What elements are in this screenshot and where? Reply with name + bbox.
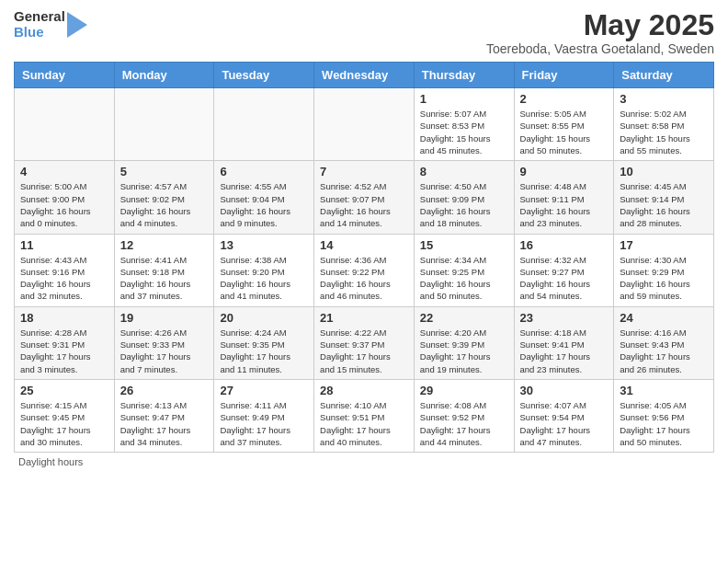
calendar-cell: 12Sunrise: 4:41 AM Sunset: 9:18 PM Dayli… — [114, 234, 214, 306]
calendar-cell: 14Sunrise: 4:36 AM Sunset: 9:22 PM Dayli… — [314, 234, 415, 306]
main-title: May 2025 — [486, 9, 714, 41]
day-info: Sunrise: 4:32 AM Sunset: 9:27 PM Dayligh… — [520, 254, 609, 303]
day-number: 2 — [520, 92, 609, 106]
calendar-cell: 1Sunrise: 5:07 AM Sunset: 8:53 PM Daylig… — [414, 88, 514, 161]
day-info: Sunrise: 4:18 AM Sunset: 9:41 PM Dayligh… — [520, 327, 609, 375]
logo-arrow-icon — [67, 12, 87, 38]
calendar-cell: 17Sunrise: 4:30 AM Sunset: 9:29 PM Dayli… — [614, 234, 714, 306]
day-number: 21 — [320, 311, 408, 325]
calendar-cell: 21Sunrise: 4:22 AM Sunset: 9:37 PM Dayli… — [314, 306, 415, 379]
logo-container: General Blue — [14, 9, 87, 40]
day-info: Sunrise: 4:57 AM Sunset: 9:02 PM Dayligh… — [120, 180, 209, 229]
calendar-cell: 26Sunrise: 4:13 AM Sunset: 9:47 PM Dayli… — [114, 379, 214, 452]
calendar-cell: 8Sunrise: 4:50 AM Sunset: 9:09 PM Daylig… — [414, 161, 514, 234]
day-info: Sunrise: 4:41 AM Sunset: 9:18 PM Dayligh… — [120, 254, 209, 303]
day-info: Sunrise: 5:02 AM Sunset: 8:58 PM Dayligh… — [620, 108, 708, 156]
day-info: Sunrise: 4:36 AM Sunset: 9:22 PM Dayligh… — [320, 254, 408, 303]
day-number: 30 — [520, 384, 609, 397]
day-info: Sunrise: 4:05 AM Sunset: 9:56 PM Dayligh… — [620, 399, 708, 448]
calendar-week-4: 25Sunrise: 4:15 AM Sunset: 9:45 PM Dayli… — [15, 379, 714, 452]
calendar-cell: 11Sunrise: 4:43 AM Sunset: 9:16 PM Dayli… — [15, 234, 115, 306]
weekday-header-saturday: Saturday — [614, 63, 714, 88]
day-number: 24 — [620, 311, 708, 325]
calendar-cell: 24Sunrise: 4:16 AM Sunset: 9:43 PM Dayli… — [614, 306, 714, 379]
day-number: 5 — [120, 165, 209, 178]
day-number: 6 — [220, 165, 308, 178]
calendar-week-3: 18Sunrise: 4:28 AM Sunset: 9:31 PM Dayli… — [15, 306, 714, 379]
day-info: Sunrise: 5:00 AM Sunset: 9:00 PM Dayligh… — [20, 180, 108, 229]
day-info: Sunrise: 4:34 AM Sunset: 9:25 PM Dayligh… — [420, 254, 508, 303]
calendar-cell: 30Sunrise: 4:07 AM Sunset: 9:54 PM Dayli… — [514, 379, 614, 452]
day-info: Sunrise: 4:55 AM Sunset: 9:04 PM Dayligh… — [220, 180, 308, 229]
day-number: 11 — [20, 238, 108, 252]
day-number: 22 — [420, 311, 508, 325]
day-number: 20 — [220, 311, 308, 325]
calendar-cell: 6Sunrise: 4:55 AM Sunset: 9:04 PM Daylig… — [214, 161, 314, 234]
day-number: 28 — [320, 384, 408, 397]
day-info: Sunrise: 4:30 AM Sunset: 9:29 PM Dayligh… — [620, 254, 708, 303]
calendar-cell: 25Sunrise: 4:15 AM Sunset: 9:45 PM Dayli… — [15, 379, 115, 452]
svg-marker-0 — [67, 12, 87, 38]
calendar-cell: 9Sunrise: 4:48 AM Sunset: 9:11 PM Daylig… — [514, 161, 614, 234]
day-number: 10 — [620, 165, 708, 178]
weekday-header-row: SundayMondayTuesdayWednesdayThursdayFrid… — [15, 63, 714, 88]
calendar-cell — [114, 88, 214, 161]
calendar-cell: 10Sunrise: 4:45 AM Sunset: 9:14 PM Dayli… — [614, 161, 714, 234]
day-info: Sunrise: 4:43 AM Sunset: 9:16 PM Dayligh… — [20, 254, 108, 303]
header: General Blue May 2025 Toereboda, Vaestra… — [14, 9, 714, 56]
calendar-cell: 28Sunrise: 4:10 AM Sunset: 9:51 PM Dayli… — [314, 379, 415, 452]
calendar-cell: 20Sunrise: 4:24 AM Sunset: 9:35 PM Dayli… — [214, 306, 314, 379]
calendar-week-0: 1Sunrise: 5:07 AM Sunset: 8:53 PM Daylig… — [15, 88, 714, 161]
day-info: Sunrise: 4:22 AM Sunset: 9:37 PM Dayligh… — [320, 327, 408, 375]
day-number: 12 — [120, 238, 209, 252]
calendar-cell: 3Sunrise: 5:02 AM Sunset: 8:58 PM Daylig… — [614, 88, 714, 161]
calendar-table: SundayMondayTuesdayWednesdayThursdayFrid… — [14, 62, 714, 453]
day-number: 18 — [20, 311, 108, 325]
weekday-header-friday: Friday — [514, 63, 614, 88]
calendar-cell: 4Sunrise: 5:00 AM Sunset: 9:00 PM Daylig… — [15, 161, 115, 234]
day-info: Sunrise: 4:52 AM Sunset: 9:07 PM Dayligh… — [320, 180, 408, 229]
calendar-week-1: 4Sunrise: 5:00 AM Sunset: 9:00 PM Daylig… — [15, 161, 714, 234]
day-info: Sunrise: 4:20 AM Sunset: 9:39 PM Dayligh… — [420, 327, 508, 375]
day-number: 16 — [520, 238, 609, 252]
weekday-header-tuesday: Tuesday — [214, 63, 314, 88]
day-info: Sunrise: 4:13 AM Sunset: 9:47 PM Dayligh… — [120, 399, 209, 448]
calendar-cell — [214, 88, 314, 161]
logo-general-text: General — [14, 9, 65, 25]
calendar-cell: 29Sunrise: 4:08 AM Sunset: 9:52 PM Dayli… — [414, 379, 514, 452]
calendar-cell: 2Sunrise: 5:05 AM Sunset: 8:55 PM Daylig… — [514, 88, 614, 161]
calendar-cell: 27Sunrise: 4:11 AM Sunset: 9:49 PM Dayli… — [214, 379, 314, 452]
day-info: Sunrise: 4:26 AM Sunset: 9:33 PM Dayligh… — [120, 327, 209, 375]
calendar-cell: 31Sunrise: 4:05 AM Sunset: 9:56 PM Dayli… — [614, 379, 714, 452]
weekday-header-thursday: Thursday — [414, 63, 514, 88]
calendar-cell — [314, 88, 415, 161]
calendar-cell: 16Sunrise: 4:32 AM Sunset: 9:27 PM Dayli… — [514, 234, 614, 306]
day-info: Sunrise: 4:48 AM Sunset: 9:11 PM Dayligh… — [520, 180, 609, 229]
day-info: Sunrise: 4:50 AM Sunset: 9:09 PM Dayligh… — [420, 180, 508, 229]
day-number: 14 — [320, 238, 408, 252]
day-info: Sunrise: 4:15 AM Sunset: 9:45 PM Dayligh… — [20, 399, 108, 448]
day-number: 19 — [120, 311, 209, 325]
calendar-cell: 23Sunrise: 4:18 AM Sunset: 9:41 PM Dayli… — [514, 306, 614, 379]
day-number: 8 — [420, 165, 508, 178]
weekday-header-sunday: Sunday — [15, 63, 115, 88]
logo-blue-text: Blue — [14, 25, 65, 40]
calendar-cell: 19Sunrise: 4:26 AM Sunset: 9:33 PM Dayli… — [114, 306, 214, 379]
day-number: 1 — [420, 92, 508, 106]
title-block: May 2025 Toereboda, Vaestra Goetaland, S… — [486, 9, 714, 56]
day-info: Sunrise: 4:08 AM Sunset: 9:52 PM Dayligh… — [420, 399, 508, 448]
day-number: 7 — [320, 165, 408, 178]
logo-text: General Blue — [14, 9, 65, 40]
calendar-cell: 15Sunrise: 4:34 AM Sunset: 9:25 PM Dayli… — [414, 234, 514, 306]
day-number: 4 — [20, 165, 108, 178]
calendar-week-2: 11Sunrise: 4:43 AM Sunset: 9:16 PM Dayli… — [15, 234, 714, 306]
day-number: 29 — [420, 384, 508, 397]
day-info: Sunrise: 4:07 AM Sunset: 9:54 PM Dayligh… — [520, 399, 609, 448]
day-info: Sunrise: 5:05 AM Sunset: 8:55 PM Dayligh… — [520, 108, 609, 156]
day-number: 23 — [520, 311, 609, 325]
day-info: Sunrise: 4:10 AM Sunset: 9:51 PM Dayligh… — [320, 399, 408, 448]
day-info: Sunrise: 4:38 AM Sunset: 9:20 PM Dayligh… — [220, 254, 308, 303]
day-number: 15 — [420, 238, 508, 252]
day-number: 27 — [220, 384, 308, 397]
day-info: Sunrise: 4:28 AM Sunset: 9:31 PM Dayligh… — [20, 327, 108, 375]
